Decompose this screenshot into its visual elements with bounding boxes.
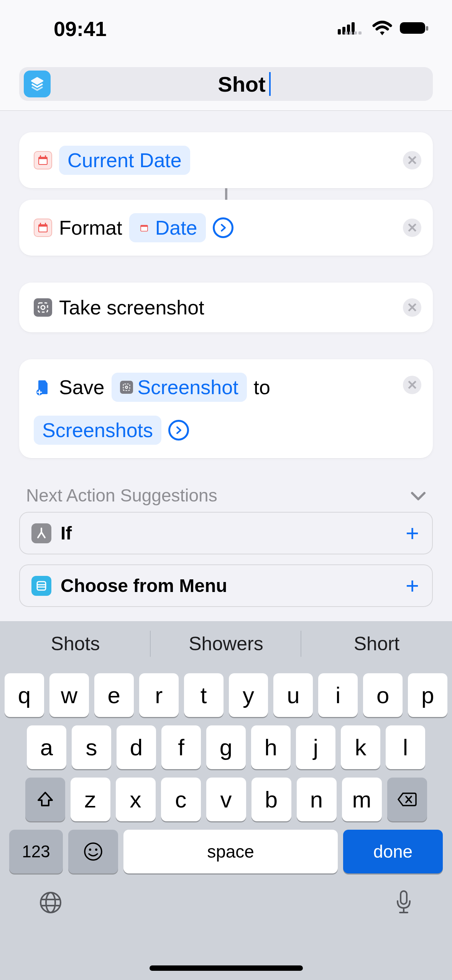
keyboard-row: q w e r t y u i o p bbox=[5, 673, 447, 717]
svg-rect-16 bbox=[39, 227, 47, 232]
kb-key-j[interactable]: j bbox=[296, 725, 335, 769]
kb-shift-key[interactable] bbox=[25, 778, 65, 821]
svg-point-22 bbox=[41, 306, 45, 309]
kb-key-g[interactable]: g bbox=[206, 725, 246, 769]
kb-emoji-key[interactable] bbox=[68, 830, 118, 873]
kb-key-x[interactable]: x bbox=[116, 778, 156, 821]
svg-point-28 bbox=[89, 848, 91, 851]
keyboard-row: a s d f g h j k l bbox=[5, 725, 447, 769]
kb-space-key[interactable]: space bbox=[123, 830, 338, 873]
kb-suggestion[interactable]: Showers bbox=[151, 621, 301, 666]
action-save-file[interactable]: Save Screenshot to Screenshots ✕ bbox=[19, 359, 433, 458]
shortcut-icon[interactable] bbox=[24, 71, 51, 97]
kb-suggestion[interactable]: Short bbox=[301, 621, 452, 666]
kb-key-u[interactable]: u bbox=[273, 673, 313, 717]
add-suggestion-button[interactable]: + bbox=[406, 572, 419, 599]
suggestion-label: If bbox=[61, 523, 72, 544]
kb-mode-key[interactable]: 123 bbox=[9, 830, 63, 873]
if-icon bbox=[31, 523, 51, 543]
home-indicator[interactable] bbox=[150, 965, 303, 971]
suggestions-header[interactable]: Next Action Suggestions bbox=[19, 470, 433, 512]
kb-key-e[interactable]: e bbox=[94, 673, 134, 717]
kb-key-a[interactable]: a bbox=[27, 725, 66, 769]
screenshot-icon bbox=[34, 298, 52, 317]
svg-point-31 bbox=[46, 893, 55, 913]
svg-rect-17 bbox=[40, 223, 41, 225]
kb-key-r[interactable]: r bbox=[139, 673, 179, 717]
kb-key-t[interactable]: t bbox=[184, 673, 224, 717]
battery-icon bbox=[399, 21, 429, 37]
kb-done-key[interactable]: done bbox=[343, 830, 443, 873]
svg-point-27 bbox=[85, 843, 102, 860]
svg-rect-26 bbox=[37, 582, 46, 590]
delete-action-button[interactable]: ✕ bbox=[403, 151, 421, 169]
kb-key-h[interactable]: h bbox=[251, 725, 291, 769]
kb-key-n[interactable]: n bbox=[297, 778, 337, 821]
svg-rect-24 bbox=[123, 384, 130, 391]
chevron-down-icon bbox=[411, 485, 426, 506]
svg-rect-9 bbox=[400, 22, 425, 34]
menu-icon bbox=[31, 576, 51, 596]
kb-key-p[interactable]: p bbox=[408, 673, 447, 717]
action-format-date[interactable]: Format Date ✕ bbox=[19, 200, 433, 256]
kb-key-d[interactable]: d bbox=[117, 725, 156, 769]
svg-rect-12 bbox=[39, 159, 47, 164]
svg-rect-13 bbox=[40, 155, 41, 158]
text-cursor-icon bbox=[269, 72, 271, 96]
status-time: 09:41 bbox=[54, 17, 107, 41]
kb-suggestion[interactable]: Shots bbox=[0, 621, 151, 666]
svg-point-29 bbox=[95, 848, 97, 851]
expand-params-button[interactable] bbox=[213, 217, 233, 238]
kb-key-i[interactable]: i bbox=[318, 673, 358, 717]
suggestion-menu[interactable]: Choose from Menu + bbox=[19, 564, 433, 607]
variable-screenshot[interactable]: Screenshot bbox=[112, 373, 247, 402]
svg-rect-7 bbox=[354, 31, 357, 35]
editor-header: Shot bbox=[0, 58, 452, 111]
svg-rect-8 bbox=[358, 31, 362, 35]
add-suggestion-button[interactable]: + bbox=[406, 520, 419, 546]
svg-rect-21 bbox=[38, 303, 48, 312]
mic-icon[interactable] bbox=[394, 889, 414, 918]
variable-folder[interactable]: Screenshots bbox=[34, 416, 161, 445]
kb-backspace-key[interactable] bbox=[387, 778, 427, 821]
variable-date[interactable]: Date bbox=[129, 213, 206, 242]
kb-key-z[interactable]: z bbox=[71, 778, 110, 821]
kb-key-y[interactable]: y bbox=[229, 673, 268, 717]
delete-action-button[interactable]: ✕ bbox=[403, 219, 421, 237]
delete-action-button[interactable]: ✕ bbox=[403, 376, 421, 394]
action-take-screenshot[interactable]: Take screenshot ✕ bbox=[19, 283, 433, 332]
svg-rect-5 bbox=[345, 31, 348, 35]
kb-key-q[interactable]: q bbox=[5, 673, 44, 717]
status-bar: 09:41 bbox=[0, 0, 452, 58]
kb-key-l[interactable]: l bbox=[386, 725, 425, 769]
kb-key-f[interactable]: f bbox=[161, 725, 201, 769]
kb-key-v[interactable]: v bbox=[206, 778, 246, 821]
calendar-icon bbox=[34, 219, 52, 237]
shortcut-title-field[interactable]: Shot bbox=[19, 67, 433, 101]
keyboard-row: 123 space done bbox=[5, 830, 447, 873]
action-label: Take screenshot bbox=[59, 296, 204, 319]
suggestion-label: Choose from Menu bbox=[61, 575, 227, 596]
kb-key-o[interactable]: o bbox=[363, 673, 403, 717]
kb-key-s[interactable]: s bbox=[72, 725, 111, 769]
kb-key-b[interactable]: b bbox=[251, 778, 291, 821]
kb-key-w[interactable]: w bbox=[49, 673, 89, 717]
shortcut-name-input[interactable]: Shot bbox=[51, 72, 433, 97]
globe-icon[interactable] bbox=[38, 890, 63, 916]
variable-current-date[interactable]: Current Date bbox=[59, 146, 190, 175]
suggestion-if[interactable]: If + bbox=[19, 512, 433, 554]
connector-line bbox=[19, 188, 433, 200]
kb-key-m[interactable]: m bbox=[342, 778, 382, 821]
keyboard-suggestions: Shots Showers Short bbox=[0, 621, 452, 666]
kb-key-k[interactable]: k bbox=[341, 725, 380, 769]
keyboard-footer bbox=[0, 873, 452, 918]
kb-key-c[interactable]: c bbox=[161, 778, 201, 821]
action-current-date[interactable]: Current Date ✕ bbox=[19, 132, 433, 188]
svg-rect-10 bbox=[426, 26, 428, 31]
keyboard: Shots Showers Short q w e r t y u i o p … bbox=[0, 621, 452, 980]
expand-params-button[interactable] bbox=[168, 420, 189, 441]
delete-action-button[interactable]: ✕ bbox=[403, 298, 421, 317]
calendar-icon bbox=[34, 151, 52, 169]
status-icons bbox=[338, 19, 429, 38]
calendar-icon bbox=[138, 221, 151, 234]
